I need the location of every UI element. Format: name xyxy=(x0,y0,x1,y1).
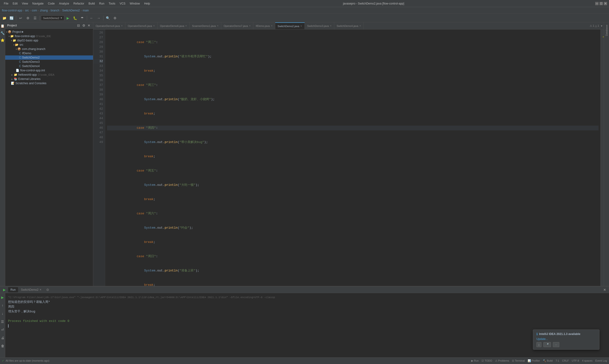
run-tab[interactable]: Run xyxy=(8,287,18,292)
run-config-selector[interactable]: SwitchDemo2 ▾ xyxy=(41,15,64,21)
tab-bottom-build[interactable]: 🔨 Build xyxy=(543,359,553,362)
notification-update-link[interactable]: Update... xyxy=(536,337,548,341)
tree-item-src[interactable]: ▾ 📂 src xyxy=(5,43,93,47)
run-play-button[interactable]: ▶ xyxy=(1,286,8,293)
collapse-all-icon[interactable]: ⊟ xyxy=(76,23,81,28)
tree-item-ifdemo[interactable]: C IfDemo xyxy=(5,51,93,55)
tree-item-iml[interactable]: 📄 flow-control-app.iml xyxy=(5,68,93,73)
menu-code[interactable]: Code xyxy=(46,1,57,6)
tree-item-com-zhang-branch[interactable]: ▾ 📦 com.zhang.branch xyxy=(5,47,93,51)
tab-operatordemo6[interactable]: OperatorDemo6.java ✕ xyxy=(157,22,190,29)
back-button[interactable]: ← xyxy=(88,15,95,21)
tab-operatordemo4[interactable]: OperatorDemo4.java ✕ xyxy=(93,22,125,29)
tree-item-ext-libs[interactable]: ► 📚 External Libraries xyxy=(5,77,93,81)
breadcrumb-item-com[interactable]: com xyxy=(32,9,37,12)
hide-bottom-panel-icon[interactable]: ✕ xyxy=(601,286,608,293)
sync-icon[interactable]: 🔄 xyxy=(8,15,15,21)
breadcrumb-item-src[interactable]: src xyxy=(25,9,29,12)
tab-bottom-problems[interactable]: ⚠ Problems xyxy=(495,359,509,362)
settings-icon[interactable]: ⚙ xyxy=(25,15,31,21)
run-scroll-up-icon[interactable]: ↑ xyxy=(0,302,6,309)
tab-operatordemo5[interactable]: OperatorDemo5.java ✕ xyxy=(125,22,157,29)
tab-bottom-terminal[interactable]: ⊡ Terminal xyxy=(512,359,525,362)
favorites-icon[interactable]: ⭐ xyxy=(0,38,5,43)
tree-settings-icon[interactable]: ⚙ xyxy=(82,23,86,28)
breadcrumb-item-app[interactable]: flow-control-app xyxy=(2,9,22,12)
tab-switchdemo2-close-icon[interactable]: ✕ xyxy=(300,25,302,27)
run-wrap-icon[interactable]: ⏎ xyxy=(0,326,6,333)
tree-item-day02[interactable]: ▾ 📁 day02-basic-app xyxy=(5,38,93,43)
notification-mic-button[interactable]: 🎤 xyxy=(543,342,551,347)
tab-ifdemo[interactable]: IfDemo.java ✕ xyxy=(253,22,275,29)
menu-analyze[interactable]: Analyze xyxy=(57,1,71,6)
panel-close-icon[interactable]: ✕ xyxy=(87,23,91,28)
notification-more-button[interactable]: ··· xyxy=(553,342,559,347)
breadcrumb-item-main[interactable]: main xyxy=(83,9,89,12)
menu-run[interactable]: Run xyxy=(97,1,106,6)
menu-build[interactable]: Build xyxy=(87,1,97,6)
indent[interactable]: 4 spaces xyxy=(582,359,592,362)
run-scroll-down-icon[interactable]: ↓ xyxy=(0,310,6,317)
run-button[interactable]: ▶ xyxy=(65,15,71,21)
menu-vcs[interactable]: VCS xyxy=(118,1,128,6)
notification-pipe-button[interactable]: | xyxy=(536,342,542,347)
tab-switchdemo3[interactable]: SwitchDemo3.java ✕ xyxy=(305,22,334,29)
editor-tab-overflow[interactable]: ⚠ 1 △ 1 ▾ xyxy=(588,22,604,29)
tab-ifdemo-close-icon[interactable]: ✕ xyxy=(271,25,273,27)
tab-switchdemo3-close-icon[interactable]: ✕ xyxy=(330,25,332,27)
search-everywhere-icon[interactable]: 🔍 xyxy=(105,15,111,21)
tab-bottom-run[interactable]: ▶ Run xyxy=(471,359,479,362)
coverage-button[interactable]: ☂ xyxy=(79,15,86,21)
tab-switchdemo4-close-icon[interactable]: ✕ xyxy=(359,25,361,27)
close-button[interactable]: ✕ xyxy=(604,2,607,5)
menu-help[interactable]: Help xyxy=(142,1,152,6)
run-print-icon[interactable]: 🖨 xyxy=(0,335,6,341)
maximize-button[interactable]: ☐ xyxy=(599,2,603,5)
breadcrumb-item-zhang[interactable]: zhang xyxy=(40,9,48,12)
tab-operatordemo7[interactable]: OperatorDemo7.java ✕ xyxy=(221,22,253,29)
code-editor[interactable]: 26 27 28 29 30 31 32 33 34 35 36 37 38 3… xyxy=(93,29,604,286)
tab-operatordemo5-close-icon[interactable]: ✕ xyxy=(153,25,155,27)
settings2-icon[interactable]: ☰ xyxy=(32,15,38,21)
project-icon[interactable]: 📁 xyxy=(1,15,8,21)
tab-scannerdemo1-close-icon[interactable]: ✕ xyxy=(217,25,219,27)
breadcrumb-item-branch[interactable]: branch xyxy=(51,9,59,12)
run-tab-settings[interactable]: ⚙ xyxy=(46,288,49,292)
menu-refactor[interactable]: Refactor xyxy=(72,1,86,6)
tree-item-project-root[interactable]: ▾ 📦 Project★ xyxy=(5,30,93,34)
tab-bottom-todo[interactable]: ☑ TODO xyxy=(481,359,492,362)
menu-tools[interactable]: Tools xyxy=(107,1,117,6)
run-clear-icon[interactable]: 🗑 xyxy=(0,343,6,349)
tree-item-flow-control-app[interactable]: ▾ 📁 flow-control-app D:\code_IDE xyxy=(5,34,93,38)
debug-button[interactable]: 🐛 xyxy=(72,15,78,21)
tab-switchdemo2[interactable]: SwitchDemo2.java ✕ xyxy=(275,22,305,29)
tab-bottom-profiler[interactable]: 📊 Profiler xyxy=(528,359,540,362)
charset[interactable]: UTF-8 xyxy=(572,359,579,362)
minimize-button[interactable]: — xyxy=(595,2,598,5)
tree-item-switchdemo4[interactable]: C SwitchDemo4 xyxy=(5,64,93,68)
tab-scannerdemo1[interactable]: ScannerDemo1.java ✕ xyxy=(190,22,221,29)
menu-view[interactable]: View xyxy=(20,1,30,6)
run-stop-button[interactable]: ▶ xyxy=(0,294,6,301)
forward-button[interactable]: → xyxy=(95,15,102,21)
undo-icon[interactable]: ↩ xyxy=(17,15,24,21)
menu-window[interactable]: Window xyxy=(128,1,142,6)
tree-item-switchdemo3[interactable]: C SwitchDemo3 xyxy=(5,60,93,64)
settings-gear-icon[interactable]: ⚙ xyxy=(112,15,118,21)
event-log[interactable]: Event Log xyxy=(595,359,607,362)
tree-item-switchdemo2[interactable]: C SwitchDemo2 xyxy=(5,55,93,60)
run-filter-icon[interactable]: ☰ xyxy=(0,318,6,325)
structure-icon[interactable]: 🔧 xyxy=(0,30,5,36)
breadcrumb-item-switchdemo2[interactable]: SwitchDemo2 xyxy=(62,9,80,12)
menu-file[interactable]: File xyxy=(2,1,10,6)
tab-operatordemo6-close-icon[interactable]: ✕ xyxy=(185,25,187,27)
run-config-tab[interactable]: SwitchDemo2 ✕ xyxy=(19,287,44,292)
line-ending[interactable]: CRLF xyxy=(562,359,569,362)
tab-operatordemo4-close-icon[interactable]: ✕ xyxy=(121,25,123,27)
code-content[interactable]: case "周二": System.out.println("请大牛程序员帮忙"… xyxy=(105,29,600,286)
tree-item-scratches[interactable]: 📝 Scratches and Consoles xyxy=(5,81,93,85)
database-tab[interactable]: Database xyxy=(605,23,609,37)
menu-navigate[interactable]: Navigate xyxy=(30,1,45,6)
project-panel-toggle-icon[interactable]: 📋 xyxy=(0,23,5,28)
tab-operatordemo7-close-icon[interactable]: ✕ xyxy=(249,25,251,27)
